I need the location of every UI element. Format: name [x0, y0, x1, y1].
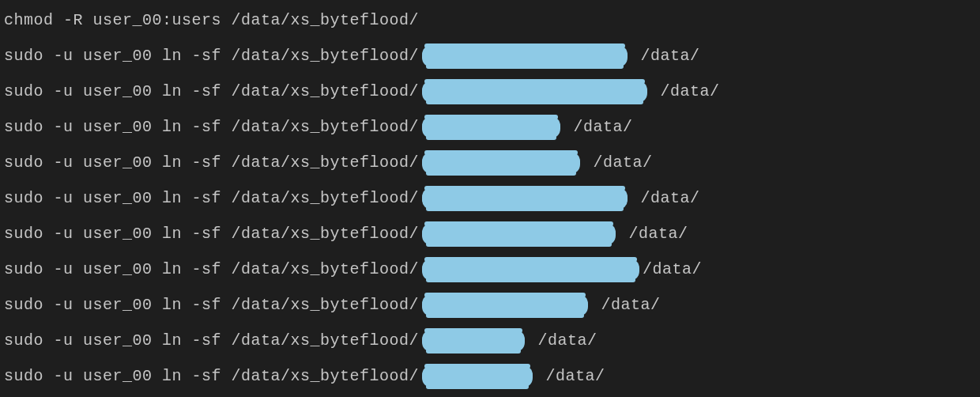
command-suffix: /data/ [583, 152, 653, 174]
command-suffix: /data/ [536, 365, 605, 388]
command-prefix: sudo -u user_00 ln -sf /data/xs_bytefloo… [4, 259, 419, 281]
command-prefix: sudo -u user_00 ln -sf /data/xs_bytefloo… [4, 365, 419, 388]
terminal-line: sudo -u user_00 ln -sf /data/xs_bytefloo… [4, 358, 976, 394]
command-prefix: sudo -u user_00 ln -sf /data/xs_bytefloo… [4, 116, 419, 138]
redaction-mark [422, 294, 588, 316]
redaction-mark [422, 187, 628, 210]
terminal-line: sudo -u user_00 ln -sf /data/xs_bytefloo… [4, 394, 976, 397]
terminal-line: sudo -u user_00 ln -sf /data/xs_bytefloo… [4, 251, 976, 287]
command-prefix: sudo -u user_00 ln -sf /data/xs_bytefloo… [4, 223, 419, 245]
redaction-mark [422, 330, 525, 352]
redaction-mark [422, 81, 647, 103]
command-suffix: /data/ [631, 45, 700, 67]
command-suffix: /data/ [650, 81, 720, 103]
command-prefix: sudo -u user_00 ln -sf /data/xs_bytefloo… [4, 187, 419, 210]
command-suffix: /data/ [631, 187, 700, 210]
redaction-mark [422, 223, 616, 245]
command-prefix: sudo -u user_00 ln -sf /data/xs_bytefloo… [4, 45, 419, 67]
command-suffix: /data/ [564, 116, 633, 138]
terminal-line: chmod -R user_00:users /data/xs_bytefloo… [4, 2, 976, 38]
command-suffix: /data/ [591, 294, 661, 316]
terminal-line: sudo -u user_00 ln -sf /data/xs_bytefloo… [4, 109, 976, 145]
command-prefix: sudo -u user_00 ln -sf /data/xs_bytefloo… [4, 81, 419, 103]
redaction-mark [422, 45, 628, 67]
terminal-line: sudo -u user_00 ln -sf /data/xs_bytefloo… [4, 216, 976, 251]
command-suffix: /data/ [643, 259, 702, 281]
redaction-mark [422, 365, 533, 388]
terminal-line: sudo -u user_00 ln -sf /data/xs_bytefloo… [4, 323, 976, 358]
command-prefix: sudo -u user_00 ln -sf /data/xs_bytefloo… [4, 152, 419, 174]
redaction-mark [422, 116, 560, 138]
command-text: chmod -R user_00:users /data/xs_bytefloo… [4, 9, 419, 32]
redaction-mark [422, 259, 639, 281]
command-suffix: /data/ [619, 223, 688, 245]
terminal-line: sudo -u user_00 ln -sf /data/xs_bytefloo… [4, 38, 976, 74]
command-prefix: sudo -u user_00 ln -sf /data/xs_bytefloo… [4, 294, 419, 316]
redaction-mark [422, 152, 580, 174]
terminal-output: chmod -R user_00:users /data/xs_bytefloo… [0, 0, 980, 397]
command-prefix: sudo -u user_00 ln -sf /data/xs_bytefloo… [4, 330, 419, 352]
terminal-line: sudo -u user_00 ln -sf /data/xs_bytefloo… [4, 287, 976, 323]
terminal-line: sudo -u user_00 ln -sf /data/xs_bytefloo… [4, 145, 976, 180]
command-suffix: /data/ [528, 330, 597, 352]
terminal-line: sudo -u user_00 ln -sf /data/xs_bytefloo… [4, 180, 976, 216]
terminal-line: sudo -u user_00 ln -sf /data/xs_bytefloo… [4, 74, 976, 109]
